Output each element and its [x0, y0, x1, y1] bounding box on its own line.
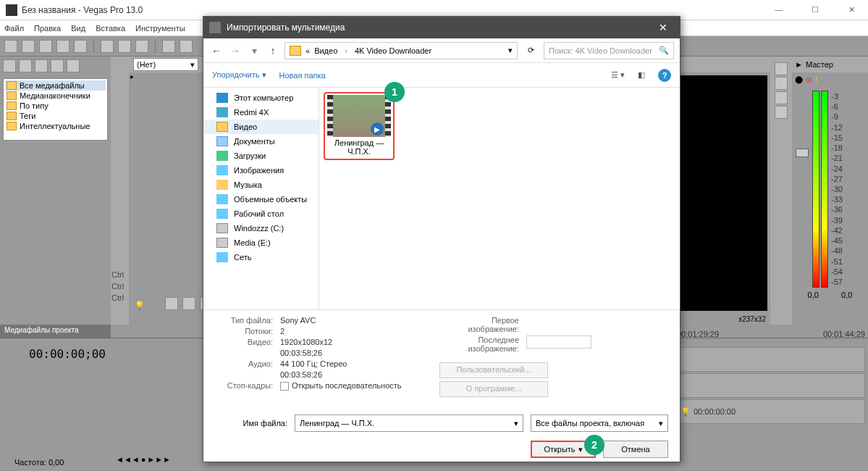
tree-item[interactable]: Интеллектуальные: [5, 121, 106, 131]
nav-forward-icon[interactable]: →: [228, 43, 243, 58]
tree-item[interactable]: Медианаконечники: [5, 91, 106, 101]
sidebar-item-label: Музыка: [234, 180, 262, 189]
file-item[interactable]: 1 ▶ Ленинград — Ч.П.Х.: [324, 92, 395, 160]
sidebar-item[interactable]: Изображения: [203, 163, 319, 178]
last-image-field[interactable]: [526, 335, 591, 349]
search-icon: 🔍: [659, 46, 669, 55]
sidebar-item[interactable]: Загрузки: [203, 149, 319, 163]
tree-root[interactable]: Все медиафайлы: [5, 80, 106, 91]
mute-icon[interactable]: ⊘: [806, 75, 812, 85]
track-row[interactable]: [677, 373, 865, 398]
vegas-app-icon: [6, 4, 17, 16]
play-icon[interactable]: [182, 297, 195, 310]
insert-fx-icon[interactable]: ⬤: [795, 75, 803, 85]
view-mode-icon[interactable]: ☰ ▾: [611, 70, 625, 80]
toolbar-props-icon[interactable]: [74, 40, 87, 53]
sidebar-item[interactable]: Redmi 4X: [203, 105, 319, 120]
close-button[interactable]: ✕: [840, 5, 862, 14]
sidebar-tool-icon[interactable]: [19, 59, 32, 72]
modifier-tab: Ctrl Ctrl Ctrl: [111, 57, 129, 325]
filename-input[interactable]: Ленинград — Ч.П.Х.▾: [295, 414, 523, 432]
solo-icon[interactable]: !: [815, 75, 817, 85]
filter-combo[interactable]: Все файлы проекта, включая▾: [531, 414, 668, 432]
toolbar-paste-icon[interactable]: [135, 40, 148, 53]
sidebar-item-label: Media (E:): [234, 238, 271, 247]
menu-file[interactable]: Файл: [4, 24, 24, 33]
light-icon: 💡: [681, 407, 691, 417]
track-row[interactable]: [677, 347, 865, 372]
speaker-icon: ►: [795, 60, 803, 69]
toolbar-new-icon[interactable]: [4, 40, 17, 53]
annotation-1: 1: [384, 82, 405, 102]
sidebar-item[interactable]: Музыка: [203, 178, 319, 192]
menu-tools[interactable]: Инструменты: [135, 24, 185, 33]
sidebar-tool-icon[interactable]: [67, 59, 80, 72]
goto-start-icon[interactable]: [165, 297, 178, 310]
center-combo[interactable]: (Нет) ▾: [133, 58, 198, 71]
sidebar-tool-icon[interactable]: [3, 59, 16, 72]
sidebar-item-label: Сеть: [234, 253, 251, 262]
tree-item[interactable]: По типу: [5, 101, 106, 111]
scrub-control[interactable]: ◄◄◄●►►►: [116, 455, 171, 464]
newfolder-button[interactable]: Новая папка: [279, 71, 326, 80]
breadcrumb[interactable]: « Видео 4K Video Downloader ▾: [285, 42, 518, 59]
sidebar-tool-icon[interactable]: [35, 59, 48, 72]
right-tool-icon[interactable]: [775, 106, 788, 119]
sidebar-tool-icon[interactable]: [51, 59, 64, 72]
preview-pane-icon[interactable]: ◧: [638, 70, 645, 80]
refresh-icon[interactable]: ⟳: [522, 42, 539, 59]
main-timecode[interactable]: 00:00:00;00: [29, 347, 123, 362]
sequence-checkbox[interactable]: [280, 382, 289, 391]
right-tool-icon[interactable]: [775, 62, 788, 75]
toolbar-redo-icon[interactable]: [180, 40, 193, 53]
location-icon: [216, 136, 228, 146]
sidebar-item-label: Этот компьютер: [234, 93, 293, 102]
toolbar-undo-icon[interactable]: [162, 40, 175, 53]
dialog-filegrid[interactable]: 1 ▶ Ленинград — Ч.П.Х.: [319, 88, 680, 309]
nav-up-icon[interactable]: ↑: [266, 43, 280, 58]
menu-edit[interactable]: Правка: [34, 24, 61, 33]
sidebar-item[interactable]: Этот компьютер: [203, 91, 319, 105]
help-icon[interactable]: ?: [658, 69, 671, 82]
sidebar-item[interactable]: Документы: [203, 134, 319, 149]
video-thumbnail: ▶: [327, 95, 391, 137]
track-row[interactable]: 💡 00:00:00:00: [677, 399, 865, 424]
media-tree[interactable]: Все медиафайлы Медианаконечники По типу …: [3, 78, 108, 141]
master-label: Мастер: [806, 60, 833, 69]
dialog-titlebar[interactable]: Импортировать мультимедиа ✕: [203, 17, 680, 38]
organize-menu[interactable]: Упорядочить ▾: [212, 70, 266, 80]
toolbar-save-icon[interactable]: [39, 40, 52, 53]
menu-view[interactable]: Вид: [71, 24, 85, 33]
dialog-sidebar[interactable]: Этот компьютерRedmi 4XВидеоДокументыЗагр…: [203, 88, 319, 309]
sidebar-item[interactable]: Объемные объекты: [203, 192, 319, 207]
search-input[interactable]: Поиск: 4K Video Downloader 🔍: [544, 42, 674, 59]
sidebar-item[interactable]: Media (E:): [203, 236, 319, 250]
level-meter-l: [812, 91, 819, 288]
maximize-button[interactable]: ☐: [804, 5, 826, 14]
dialog-navbar: ← → ▾ ↑ « Видео 4K Video Downloader ▾ ⟳ …: [203, 38, 680, 63]
about-button[interactable]: О программе...: [439, 381, 548, 397]
toolbar-copy-icon[interactable]: [118, 40, 131, 53]
minimize-button[interactable]: —: [768, 5, 790, 14]
toolbar-cut-icon[interactable]: [101, 40, 114, 53]
toolbar-render-icon[interactable]: [56, 40, 69, 53]
right-tool-icon[interactable]: [775, 77, 788, 90]
tree-item[interactable]: Теги: [5, 111, 106, 121]
toolbar-open-icon[interactable]: [22, 40, 35, 53]
sidebar-item[interactable]: Видео: [203, 120, 319, 134]
right-tool-icon[interactable]: [775, 91, 788, 104]
master-fader[interactable]: [795, 91, 809, 288]
custom-button[interactable]: Пользовательский...: [439, 362, 548, 378]
nav-back-icon[interactable]: ←: [209, 43, 224, 58]
menu-insert[interactable]: Вставка: [96, 24, 125, 33]
sidebar-item[interactable]: Сеть: [203, 250, 319, 264]
sidebar-item[interactable]: Рабочий стол: [203, 207, 319, 221]
dialog-close-button[interactable]: ✕: [652, 17, 674, 38]
nav-recent-icon[interactable]: ▾: [247, 43, 261, 58]
location-icon: [216, 165, 228, 175]
cancel-button[interactable]: Отмена: [603, 441, 668, 458]
annotation-2: 2: [584, 435, 604, 455]
vegas-title: Без названия - Vegas Pro 13.0: [22, 5, 768, 15]
open-button[interactable]: Открыть ▾ 2: [531, 441, 596, 458]
sidebar-item[interactable]: Windozzz (C:): [203, 221, 319, 236]
